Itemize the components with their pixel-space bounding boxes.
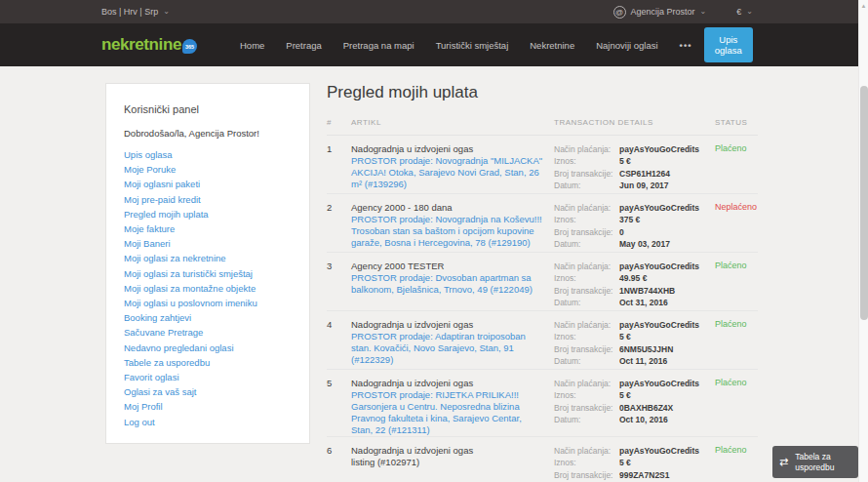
upis-oglasa-button[interactable]: Upis oglasa <box>704 27 753 62</box>
column-header-status: STATUS <box>715 118 758 127</box>
sidebar-item-tabele-za-usporedbu[interactable]: Tabele za usporedbu <box>124 355 292 370</box>
article-title: Agency 2000 - 180 dana <box>351 202 544 214</box>
article-subtitle: listing (#102971) <box>351 457 544 468</box>
avatar: @ <box>613 6 626 19</box>
label-amount: Iznos: <box>554 214 614 225</box>
article-title: Nadogradnja u izdvojeni ogas <box>351 378 544 389</box>
logo-text: nekretnine <box>101 35 181 55</box>
value-date: Jun 09, 2017 <box>619 180 715 191</box>
main-navbar: nekretnine 365 Home Pretraga Pretraga na… <box>0 23 868 66</box>
label-txn: Broj transakcije: <box>554 402 614 414</box>
nav-item-turisticki-smjestaj[interactable]: Turistički smještaj <box>436 40 509 51</box>
language-selector[interactable]: Bos | Hrv | Srp ⌄ <box>101 7 170 17</box>
sidebar-item-moji-oglasi-za-montazne-objekte[interactable]: Moji oglasi za montažne objekte <box>124 281 292 296</box>
value-method: payAsYouGoCredits <box>619 261 715 272</box>
value-method: payAsYouGoCredits <box>619 202 715 214</box>
sidebar-item-oglasi-za-vas-sajt[interactable]: Oglasi za vaš sajt <box>124 384 292 399</box>
column-header-artikl: ARTIKL <box>351 118 554 127</box>
sidebar-item-sacuvane-pretrage[interactable]: Sačuvane Pretrage <box>124 325 292 340</box>
nav-item-nekretnine[interactable]: Nekretnine <box>530 40 574 51</box>
label-date: Datum: <box>554 355 614 367</box>
table-row: 5 Nadogradnja u izdvojeni ogas PROSTOR p… <box>327 370 758 437</box>
article-title: Nadogradnja u izdvojeni ogas <box>351 445 544 457</box>
value-amount: 5 € <box>619 331 715 342</box>
nav-item-pretraga[interactable]: Pretraga <box>286 40 321 51</box>
sidebar-item-pregled-mojih-uplata[interactable]: Pregled mojih uplata <box>124 207 292 221</box>
sidebar-item-moji-oglasi-za-turisticki-smjestaj[interactable]: Moji oglasi za turistički smještaj <box>124 266 292 281</box>
table-row: 4 Nadogradnja u izdvojeni ogas PROSTOR p… <box>327 311 758 370</box>
sidebar-links: Upis oglasa Moje Poruke Moji oglasni pak… <box>124 147 292 429</box>
label-amount: Iznos: <box>554 457 614 468</box>
sidebar-item-booking-zahtjevi[interactable]: Booking zahtjevi <box>124 310 292 325</box>
language-label: Bos | Hrv | Srp <box>101 7 158 17</box>
transaction-details: Način plaćanja:payAsYouGoCredits Iznos:5… <box>554 319 715 369</box>
status-badge: Plaćeno <box>715 319 758 369</box>
status-badge: Plaćeno <box>715 143 758 193</box>
label-txn: Broj transakcije: <box>554 285 614 297</box>
article-title: Agency 2000 TESTER <box>351 261 544 272</box>
sidebar-item-moji-oglasi-u-poslovnom-imeniku[interactable]: Moji oglasi u poslovnom imeniku <box>124 296 292 310</box>
sidebar-item-moj-profil[interactable]: Moj Profil <box>124 399 292 414</box>
article-link[interactable]: PROSTOR prodaje: Adaptiran troiposoban s… <box>351 331 544 366</box>
label-method: Način plaćanja: <box>554 378 614 389</box>
article-title: Nadogradnja u izdvojeni ogas <box>351 143 544 155</box>
label-method: Način plaćanja: <box>554 319 614 331</box>
nav-item-home[interactable]: Home <box>240 40 264 51</box>
label-method: Način plaćanja: <box>554 202 614 214</box>
sidebar-item-moji-oglasni-paketi[interactable]: Moji oglasni paketi <box>124 177 292 191</box>
compare-table-button[interactable]: ⇄ Tabela za usporedbu <box>772 446 858 478</box>
account-area: @ Agencija Prostor ⌄ € ⌄ <box>613 6 753 19</box>
status-badge: Plaćeno <box>715 378 758 436</box>
scrollbar-thumb[interactable] <box>860 86 868 320</box>
sidebar-item-moje-fakture[interactable]: Moje fakture <box>124 221 292 236</box>
transaction-details: Način plaćanja:payAsYouGoCredits Iznos:5… <box>554 378 715 436</box>
chevron-down-icon: ⌄ <box>163 8 170 16</box>
table-row: 6 Nadogradnja u izdvojeni ogas listing (… <box>327 437 758 482</box>
value-method: payAsYouGoCredits <box>619 143 715 155</box>
sidebar-item-moj-pre-paid-kredit[interactable]: Moj pre-paid kredit <box>124 192 292 207</box>
welcome-message: Dobrodošao/la, Agencija Prostor! <box>124 128 292 139</box>
column-header-transaction: TRANSACTION DETAILS <box>554 118 715 127</box>
label-method: Način plaćanja: <box>554 445 614 457</box>
value-date: May 03, 2017 <box>619 238 715 250</box>
value-method: payAsYouGoCredits <box>619 445 715 457</box>
label-amount: Iznos: <box>554 272 614 284</box>
nav-item-pretraga-na-mapi[interactable]: Pretraga na mapi <box>343 40 414 51</box>
sidebar-item-moji-oglasi-za-nekretnine[interactable]: Moji oglasi za nekretnine <box>124 251 292 265</box>
row-number: 5 <box>327 378 351 436</box>
label-date: Datum: <box>554 238 614 250</box>
status-badge: Plaćeno <box>715 445 758 482</box>
value-txn: 999ZA7N2S1 <box>619 469 715 481</box>
row-number: 6 <box>327 445 351 482</box>
utility-bar: Bos | Hrv | Srp ⌄ @ Agencija Prostor ⌄ €… <box>0 0 868 23</box>
sidebar-item-log-out[interactable]: Log out <box>124 415 292 429</box>
sidebar-title: Korisnički panel <box>124 103 292 115</box>
sidebar-item-favorit-oglasi[interactable]: Favorit oglasi <box>124 370 292 384</box>
currency-selector[interactable]: € ⌄ <box>736 7 753 17</box>
compare-arrows-icon: ⇄ <box>779 457 788 467</box>
label-txn: Broj transakcije: <box>554 226 614 238</box>
sidebar-item-nedavno-pregledani-oglasi[interactable]: Nedavno pregledani oglasi <box>124 341 292 355</box>
sidebar-item-moje-poruke[interactable]: Moje Poruke <box>124 162 292 177</box>
account-name[interactable]: Agencija Prostor <box>631 7 695 17</box>
article-link[interactable]: PROSTOR prodaje: Novogradnja "MILJACKA" … <box>351 155 544 190</box>
article-link[interactable]: PROSTOR prodaje: Novogradnja na Koševu!!… <box>351 214 544 249</box>
sidebar-item-moji-baneri[interactable]: Moji Baneri <box>124 236 292 251</box>
value-amount: 49.95 € <box>619 272 715 284</box>
nav-item-najnoviji-oglasi[interactable]: Najnoviji oglasi <box>596 40 657 51</box>
value-amount: 5 € <box>619 155 715 167</box>
label-txn: Broj transakcije: <box>554 168 614 180</box>
logo[interactable]: nekretnine 365 <box>101 35 197 55</box>
article-title: Nadogradnja u izdvojeni ogas <box>351 319 544 331</box>
scroll-up-icon[interactable]: ▲ <box>859 0 868 9</box>
value-amount: 5 € <box>619 389 715 401</box>
article-link[interactable]: PROSTOR prodaje: RIJETKA PRILIKA!!! Gars… <box>351 389 544 436</box>
chevron-down-icon[interactable]: ⌄ <box>700 8 707 16</box>
label-txn: Broj transakcije: <box>554 469 614 481</box>
value-txn: 0BAXHB6Z4X <box>619 402 715 414</box>
vertical-scrollbar[interactable]: ▲ <box>858 0 868 482</box>
sidebar-item-upis-oglasa[interactable]: Upis oglasa <box>124 147 292 162</box>
nav-more-icon[interactable]: ••• <box>680 40 692 51</box>
label-method: Način plaćanja: <box>554 261 614 272</box>
article-link[interactable]: PROSTOR prodaje: Dvosoban apartman sa ba… <box>351 272 544 296</box>
